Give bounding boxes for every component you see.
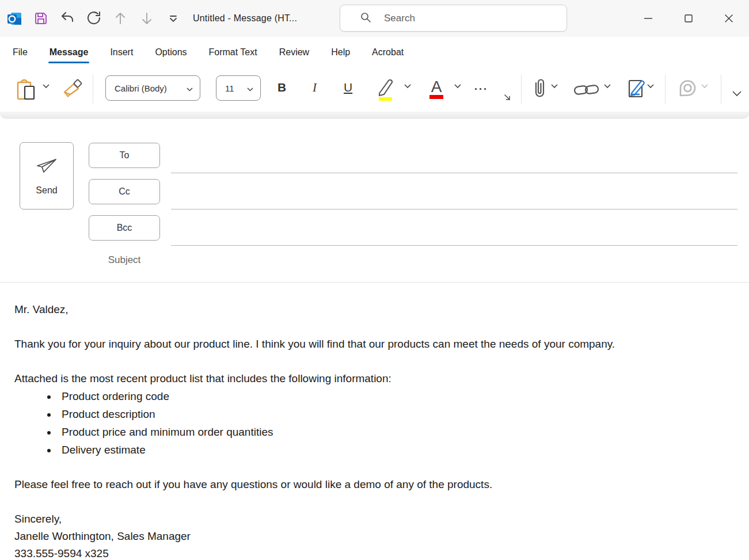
to-input xyxy=(171,148,737,173)
outlook-message-window: Untitled - Message (HT... Search File Me… xyxy=(0,0,749,560)
tab-format-text[interactable]: Format Text xyxy=(208,44,258,61)
bold-button[interactable]: B xyxy=(277,81,286,94)
bcc-input xyxy=(171,220,737,245)
font-name-select[interactable]: Calibri (Body) xyxy=(105,75,200,101)
signature-block: Sincerely, Janelle Worthington, Sales Ma… xyxy=(14,511,735,560)
cc-button[interactable]: Cc xyxy=(89,179,160,204)
save-button[interactable] xyxy=(32,10,50,27)
body-greeting: Mr. Valdez, xyxy=(14,301,735,318)
list-item: Product ordering code xyxy=(58,387,735,405)
italic-button[interactable]: I xyxy=(313,81,317,95)
tab-file[interactable]: File xyxy=(12,44,29,61)
move-up-icon xyxy=(112,10,129,27)
to-label: To xyxy=(120,150,130,161)
highlight-icon[interactable] xyxy=(371,76,398,101)
cc-label: Cc xyxy=(119,186,130,197)
to-button[interactable]: To xyxy=(89,143,160,168)
underline-button[interactable]: U xyxy=(344,81,352,94)
list-item: Product description xyxy=(58,405,735,423)
loop-icon xyxy=(676,78,698,100)
paste-icon[interactable] xyxy=(15,78,37,101)
loop-dropdown-chevron xyxy=(701,84,708,89)
customize-toolbar-icon[interactable] xyxy=(165,10,182,27)
tab-help[interactable]: Help xyxy=(330,44,351,61)
attach-file-icon[interactable] xyxy=(531,77,548,101)
send-button[interactable]: Send xyxy=(20,142,74,209)
ribbon-toolbar: Calibri (Body) 11 B I U xyxy=(0,68,749,112)
tab-acrobat[interactable]: Acrobat xyxy=(371,44,405,61)
search-placeholder: Search xyxy=(384,13,415,24)
to-field[interactable] xyxy=(171,148,737,173)
message-body[interactable]: Mr. Valdez, Thank you for your inquiry a… xyxy=(0,283,749,560)
highlight-dropdown-chevron[interactable] xyxy=(404,84,411,89)
body-paragraph: Attached is the most recent product list… xyxy=(14,370,735,387)
signature-closing: Sincerely, xyxy=(14,511,735,528)
ribbon-bottom-edge xyxy=(0,112,749,119)
bcc-label: Bcc xyxy=(117,223,132,233)
cc-field[interactable] xyxy=(171,184,737,209)
bcc-button[interactable]: Bcc xyxy=(89,215,160,241)
list-item: Product price and minimum order quantiti… xyxy=(58,423,735,441)
ribbon-tabs: File Message Insert Options Format Text … xyxy=(0,37,749,68)
tab-options[interactable]: Options xyxy=(154,44,188,61)
font-color-dropdown-chevron[interactable] xyxy=(454,84,461,89)
more-font-options-button[interactable]: ... xyxy=(474,81,488,93)
body-bullet-list: Product ordering code Product descriptio… xyxy=(14,387,735,459)
cc-input xyxy=(171,184,737,209)
tab-insert[interactable]: Insert xyxy=(109,44,134,61)
maximize-button[interactable] xyxy=(668,0,709,37)
minimize-button[interactable] xyxy=(628,0,668,37)
send-label: Send xyxy=(36,185,57,196)
undo-button[interactable] xyxy=(59,10,76,27)
list-item: Delivery estimate xyxy=(58,441,735,459)
bcc-field[interactable] xyxy=(171,220,737,246)
attach-dropdown-chevron[interactable] xyxy=(551,84,558,89)
chevron-down-icon xyxy=(247,83,260,93)
signature-phone: 333.555-9594 x325 xyxy=(14,545,735,560)
quick-access-toolbar xyxy=(0,0,182,37)
format-painter-icon[interactable] xyxy=(62,78,83,100)
signature-name: Janelle Worthington, Sales Manager xyxy=(14,528,735,545)
ribbon-divider xyxy=(521,75,522,104)
redo-button[interactable] xyxy=(85,10,102,27)
font-name-value: Calibri (Body) xyxy=(106,83,167,93)
chevron-down-icon xyxy=(187,83,200,93)
dialog-launcher-icon[interactable] xyxy=(503,93,512,102)
subject-label: Subject xyxy=(89,254,160,266)
window-controls xyxy=(628,0,749,37)
link-dropdown-chevron[interactable] xyxy=(604,84,611,89)
link-icon[interactable] xyxy=(573,82,600,98)
subject-input xyxy=(171,246,737,272)
collapse-ribbon-icon[interactable] xyxy=(732,91,742,97)
font-size-select[interactable]: 11 xyxy=(216,75,261,101)
font-color-icon[interactable]: A xyxy=(425,76,448,101)
ribbon-divider xyxy=(93,75,93,104)
ribbon-divider xyxy=(665,75,666,104)
title-bar: Untitled - Message (HT... Search xyxy=(0,0,749,37)
close-button[interactable] xyxy=(709,0,749,37)
compose-header: Send To Cc Bcc Subject xyxy=(0,119,749,282)
outlook-logo xyxy=(6,10,23,27)
search-icon xyxy=(360,12,371,25)
font-size-value: 11 xyxy=(216,83,234,93)
ribbon-divider xyxy=(721,75,721,104)
tab-message[interactable]: Message xyxy=(48,44,90,61)
subject-field[interactable] xyxy=(171,246,737,272)
search-input[interactable]: Search xyxy=(340,5,567,32)
body-paragraph: Thank you for your inquiry about our pro… xyxy=(14,336,735,353)
paste-dropdown-chevron[interactable] xyxy=(43,84,50,89)
signature-icon[interactable] xyxy=(625,77,649,101)
move-down-icon xyxy=(138,10,155,27)
body-paragraph: Please feel free to reach out if you hav… xyxy=(14,476,735,493)
signature-dropdown-chevron[interactable] xyxy=(647,84,654,89)
window-title: Untitled - Message (HT... xyxy=(193,0,297,37)
tab-review[interactable]: Review xyxy=(278,44,310,61)
svg-text:A: A xyxy=(431,78,442,96)
send-icon xyxy=(34,157,59,178)
